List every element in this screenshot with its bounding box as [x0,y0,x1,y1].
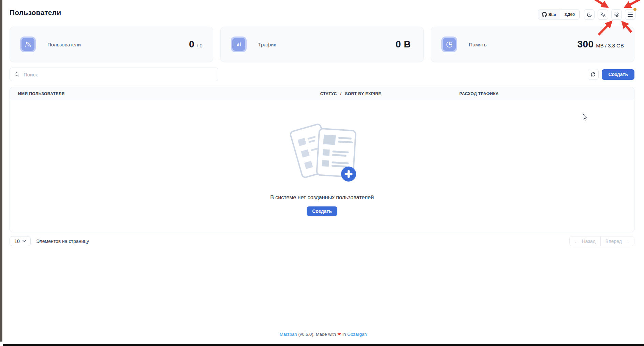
refresh-icon [590,72,596,77]
window-bottom-edge [3,344,644,346]
table-header: ИМЯ ПОЛЬЗОВАТЕЛЯ СТАТУС / SORT BY EXPIRE… [10,87,634,100]
pie-chart-icon [446,41,453,48]
footer-in-text: in [342,332,346,337]
left-arrow-icon: ← [574,239,579,244]
moon-icon [587,12,592,17]
table-empty-body: В системе нет созданных пользователей Со… [10,100,634,232]
menu-button[interactable] [625,9,635,20]
footer-org-link[interactable]: Gozargah [347,332,367,337]
notification-dot [633,8,636,11]
empty-state-message: В системе нет созданных пользователей [270,194,374,201]
github-icon [542,12,547,17]
bar-chart-icon [235,41,242,48]
users-icon [25,41,31,48]
stat-card-label: Трафик [258,42,276,47]
search-icon [14,72,20,77]
settings-button[interactable] [611,9,622,20]
stat-card-suffix: / 0 [197,43,203,48]
github-star-widget[interactable]: Star 3,360 [538,10,580,19]
footer-version-text: (v0.6.0), Made with [298,332,336,337]
prev-page-button[interactable]: ← Назад [570,236,600,246]
column-separator: / [340,91,342,96]
refresh-button[interactable] [588,69,599,80]
translate-icon [600,12,606,17]
stat-card-users: Пользователи 0/ 0 [10,27,213,62]
page-size-select[interactable]: 10 [10,236,31,246]
empty-state-create-button[interactable]: Создать [307,206,337,216]
header-toolbar: Star 3,360 [538,9,635,20]
page-size-label: Элементов на страницу [36,239,89,244]
github-star-label: Star [548,12,556,17]
stat-card-label: Пользователи [47,42,81,47]
empty-state-illustration [286,119,358,184]
stat-card-suffix: MB / 3.8 GB [596,43,624,48]
users-table: ИМЯ ПОЛЬЗОВАТЕЛЯ СТАТУС / SORT BY EXPIRE… [10,87,634,232]
add-circle-icon [341,167,356,182]
marzban-users-page: Star 3,360 Пользователи Пользователи [0,0,644,346]
window-left-edge [0,0,2,342]
stat-card-memory: Память 300MB / 3.8 GB [431,27,634,62]
hamburger-icon [628,13,633,17]
right-arrow-icon: → [625,239,629,244]
stat-card-label: Память [469,42,486,47]
column-header-sort-by-expire: SORT BY EXPIRE [345,91,381,96]
next-page-button[interactable]: Вперед → [600,236,634,246]
stat-card-value: 300 [577,39,594,50]
column-header-status[interactable]: СТАТУС / SORT BY EXPIRE [312,87,451,100]
controls-row: Создать [10,68,634,81]
chevron-down-icon [23,240,26,242]
search-field [10,68,218,81]
search-input[interactable] [10,68,218,81]
gear-icon [614,12,620,18]
stat-card-traffic: Трафик 0 B [220,27,424,62]
create-button[interactable]: Создать [602,69,634,80]
pagination-nav: ← Назад Вперед → [569,236,634,246]
main-content: Пользователи Пользователи 0/ 0 Трафик 0 … [2,0,644,344]
stat-card-value: 0 [189,39,194,50]
pagination-row: 10 Элементов на страницу ← Назад Вперед … [10,236,634,246]
column-header-username[interactable]: ИМЯ ПОЛЬЗОВАТЕЛЯ [10,87,312,100]
footer-brand-link[interactable]: Marzban [280,332,297,337]
stat-card-value: 0 B [396,39,411,50]
dark-mode-button[interactable] [584,9,595,20]
stat-cards-row: Пользователи 0/ 0 Трафик 0 B Память 300M… [10,27,634,62]
language-button[interactable] [598,9,608,20]
page-size-value: 10 [14,239,20,244]
column-header-traffic[interactable]: РАСХОД ТРАФИКА [451,87,634,100]
github-star-count[interactable]: 3,360 [560,10,579,19]
footer: Marzban (v0.6.0), Made with ❤ in Gozarga… [2,332,644,337]
heart-icon: ❤ [337,332,341,337]
